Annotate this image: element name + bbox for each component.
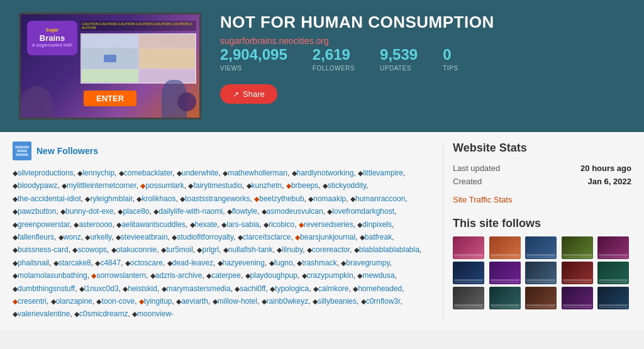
follower-link[interactable]: dead-leavez bbox=[172, 258, 213, 267]
follower-link[interactable]: mylittleinternetcorner bbox=[67, 181, 136, 190]
follows-thumb-14[interactable] bbox=[562, 287, 593, 309]
follows-thumb-7[interactable] bbox=[489, 262, 521, 284]
follows-thumb-2[interactable] bbox=[489, 236, 521, 259]
follows-thumb-4[interactable] bbox=[562, 236, 593, 259]
follower-link[interactable]: trashmack bbox=[302, 258, 336, 267]
follower-link[interactable]: c0rnflow3r bbox=[366, 297, 401, 306]
follower-link[interactable]: buissness-card bbox=[18, 245, 69, 254]
follows-thumb-9[interactable] bbox=[562, 262, 593, 284]
follows-thumb-10[interactable] bbox=[597, 262, 629, 284]
follower-link[interactable]: rainb0wkeyz bbox=[267, 297, 309, 306]
follower-link[interactable]: fairytimestudio bbox=[193, 181, 242, 190]
follower-link[interactable]: pawzbutton bbox=[18, 207, 56, 216]
follower-link[interactable]: mathewhollerman bbox=[228, 169, 287, 177]
follower-link[interactable]: dinpixels bbox=[362, 220, 392, 229]
site-traffic-link[interactable]: Site Traffic Stats bbox=[453, 195, 631, 204]
follower-link[interactable]: lennychip bbox=[82, 169, 114, 177]
follower-link[interactable]: tyingitup bbox=[144, 297, 172, 306]
follows-thumb-8[interactable] bbox=[525, 262, 557, 284]
follower-link[interactable]: fugno bbox=[274, 258, 293, 267]
follower-link[interactable]: nomaakip bbox=[313, 194, 346, 203]
follower-link[interactable]: heistskid bbox=[128, 284, 157, 293]
follower-link[interactable]: moonview- bbox=[137, 309, 174, 318]
follower-link[interactable]: lilnuby bbox=[282, 245, 303, 254]
follower-link[interactable]: aeviarth bbox=[181, 297, 208, 306]
follower-link[interactable]: brbeeps bbox=[291, 181, 318, 190]
follower-link[interactable]: ryleighmblair bbox=[90, 194, 132, 203]
follower-link[interactable]: greenpowerstar bbox=[18, 220, 70, 229]
follower-link[interactable]: bloodypawz bbox=[18, 181, 57, 190]
follows-thumb-1[interactable] bbox=[453, 236, 484, 259]
follower-link[interactable]: olanzapine bbox=[56, 297, 92, 306]
follows-thumb-5[interactable] bbox=[597, 236, 629, 259]
share-button[interactable]: ↗ Share bbox=[220, 84, 277, 104]
follower-link[interactable]: silvieproductions bbox=[18, 169, 74, 177]
follower-link[interactable]: hexate bbox=[195, 220, 218, 229]
follower-link[interactable]: dumbthingsnstuff bbox=[18, 284, 75, 293]
follower-link[interactable]: stevieeatbrain bbox=[121, 233, 168, 241]
follower-link[interactable]: corereactor bbox=[312, 245, 350, 254]
follower-link[interactable]: caterpee bbox=[211, 271, 241, 280]
site-url-link[interactable]: sugarforbrains.neocities.org bbox=[220, 36, 329, 46]
follower-link[interactable]: otakuconnie bbox=[116, 245, 157, 254]
follower-link[interactable]: c0smicdreamz bbox=[79, 309, 128, 318]
follower-link[interactable]: comebacklater bbox=[124, 169, 172, 177]
follower-link[interactable]: studiofitforroyalty bbox=[177, 233, 233, 241]
follower-link[interactable]: hazyevening bbox=[223, 258, 265, 267]
follows-thumb-3[interactable] bbox=[525, 236, 557, 259]
follower-link[interactable]: phailsnail bbox=[18, 258, 49, 267]
follower-link[interactable]: flowtyle bbox=[232, 207, 257, 216]
follower-link[interactable]: crazypumpkin bbox=[307, 271, 353, 280]
follower-link[interactable]: prlgrl bbox=[202, 245, 219, 254]
follower-link[interactable]: place8o bbox=[123, 207, 149, 216]
follower-link[interactable]: toastsstrangeworks bbox=[185, 194, 250, 203]
follower-link[interactable]: sorrowslantern bbox=[96, 271, 146, 280]
follower-link[interactable]: valerievalentine bbox=[18, 309, 70, 318]
follower-link[interactable]: tur5moil bbox=[166, 245, 193, 254]
follower-link[interactable]: bravegrumpy bbox=[346, 258, 389, 267]
follower-link[interactable]: dailylife-with-naomi bbox=[158, 207, 223, 216]
follower-link[interactable]: adzris-archive bbox=[155, 271, 203, 280]
follower-link[interactable]: urkelly bbox=[90, 233, 111, 241]
follower-link[interactable]: mewdusa bbox=[362, 271, 394, 280]
follower-link[interactable]: batfreak bbox=[365, 233, 392, 241]
follower-link[interactable]: asteroooo bbox=[79, 220, 112, 229]
follower-link[interactable]: homeheaded bbox=[358, 284, 402, 293]
follower-link[interactable]: c4847 bbox=[100, 258, 121, 267]
follower-link[interactable]: hardlynotworking bbox=[297, 169, 354, 177]
follower-link[interactable]: wonz bbox=[64, 233, 81, 241]
follower-link[interactable]: octoscare bbox=[130, 258, 163, 267]
follower-link[interactable]: molamolasunbathing bbox=[18, 271, 87, 280]
follower-link[interactable]: blablablablablabla bbox=[359, 245, 419, 254]
follows-thumb-12[interactable] bbox=[489, 287, 521, 309]
follower-link[interactable]: toon-cove bbox=[101, 297, 135, 306]
follower-link[interactable]: the-accidental-idiot bbox=[18, 194, 81, 203]
follower-link[interactable]: reversedseries bbox=[304, 220, 353, 229]
follower-link[interactable]: littlevampire bbox=[363, 169, 403, 177]
follower-link[interactable]: humanraccoon bbox=[355, 194, 405, 203]
follower-link[interactable]: ricobico bbox=[269, 220, 294, 229]
follower-link[interactable]: marymastersme­dia bbox=[167, 284, 231, 293]
follower-link[interactable]: bunny-dot-exe bbox=[65, 207, 114, 216]
follower-link[interactable]: lovefromdarkghost bbox=[332, 207, 394, 216]
follower-link[interactable]: calmkore bbox=[318, 284, 349, 293]
follower-link[interactable]: aelitawantscuddles bbox=[121, 220, 185, 229]
follower-link[interactable]: kunzhetn bbox=[252, 181, 282, 190]
follower-link[interactable]: sillybeanies bbox=[318, 297, 357, 306]
follower-link[interactable]: clarceítsclarce bbox=[243, 233, 291, 241]
follows-thumb-13[interactable] bbox=[525, 287, 557, 309]
follower-link[interactable]: fallenfleurs bbox=[18, 233, 54, 241]
follower-link[interactable]: typologica bbox=[275, 284, 309, 293]
follower-link[interactable]: sachi0ff bbox=[240, 284, 265, 293]
follows-thumb-15[interactable] bbox=[597, 287, 629, 309]
follower-link[interactable]: stickyoddity bbox=[328, 181, 366, 190]
follower-link[interactable]: asmodeusvulcan bbox=[267, 207, 323, 216]
follower-link[interactable]: playdoughpup bbox=[250, 271, 297, 280]
follower-link[interactable]: nullafish-tank bbox=[228, 245, 273, 254]
follower-link[interactable]: underwhite bbox=[182, 169, 219, 177]
follows-thumb-6[interactable] bbox=[453, 262, 484, 284]
follows-thumb-11[interactable] bbox=[453, 287, 484, 309]
follower-link[interactable]: cresentri bbox=[18, 297, 47, 306]
follower-link[interactable]: lars-sabia bbox=[226, 220, 259, 229]
follower-link[interactable]: beelzythebub bbox=[259, 194, 304, 203]
